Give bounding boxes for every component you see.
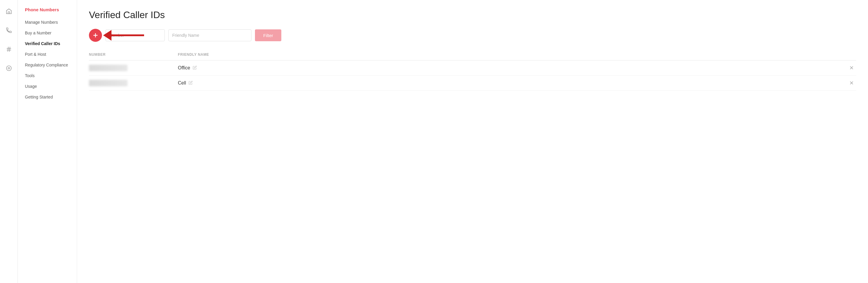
svg-point-6 — [8, 67, 10, 69]
column-header-number: NUMBER — [89, 51, 178, 58]
table-row: Cell ✕ — [89, 76, 856, 91]
edit-icon-2[interactable] — [189, 81, 193, 86]
nav-item-usage[interactable]: Usage — [18, 81, 77, 92]
column-header-friendly-name: FRIENDLY NAME — [178, 51, 844, 58]
svg-point-5 — [6, 66, 11, 71]
close-icon-1[interactable]: ✕ — [849, 65, 854, 70]
nav-item-buy-number[interactable]: Buy a Number — [18, 28, 77, 38]
section-title: Phone Numbers — [18, 7, 77, 17]
number-input[interactable] — [105, 29, 165, 41]
nav-item-tools[interactable]: Tools — [18, 70, 77, 81]
nav-item-getting-started[interactable]: Getting Started — [18, 92, 77, 102]
svg-line-3 — [8, 47, 8, 52]
caller-ids-table: NUMBER FRIENDLY NAME Office ✕ — [89, 49, 856, 91]
blurred-number-2 — [89, 80, 127, 86]
nav-item-regulatory-compliance[interactable]: Regulatory Compliance — [18, 60, 77, 70]
number-cell-1 — [89, 65, 178, 71]
friendly-name-label-1: Office — [178, 65, 190, 70]
main-content: Verified Caller IDs Filter NUMBER FRIEND… — [77, 0, 868, 283]
add-caller-id-button[interactable] — [89, 29, 102, 42]
controls-row: Filter — [89, 29, 856, 42]
table-row: Office ✕ — [89, 60, 856, 76]
number-cell-2 — [89, 80, 178, 86]
phone-icon[interactable] — [4, 25, 14, 36]
friendly-name-cell-1: Office — [178, 65, 844, 70]
nav-item-manage-numbers[interactable]: Manage Numbers — [18, 17, 77, 28]
close-cell-1: ✕ — [844, 65, 856, 70]
svg-rect-0 — [8, 12, 10, 13]
filter-button[interactable]: Filter — [255, 29, 281, 41]
friendly-name-input[interactable] — [168, 29, 251, 41]
table-header: NUMBER FRIENDLY NAME — [89, 49, 856, 60]
edit-icon-1[interactable] — [193, 65, 197, 70]
blurred-number-1 — [89, 65, 127, 71]
nav-item-verified-caller-ids[interactable]: Verified Caller IDs — [18, 38, 77, 49]
left-nav: Phone Numbers Manage Numbers Buy a Numbe… — [18, 0, 77, 283]
home-icon[interactable] — [4, 6, 14, 17]
page-title: Verified Caller IDs — [89, 9, 856, 21]
close-cell-2: ✕ — [844, 80, 856, 86]
icon-sidebar — [0, 0, 18, 283]
messaging-icon[interactable] — [4, 63, 14, 74]
friendly-name-cell-2: Cell — [178, 80, 844, 86]
hash-icon[interactable] — [4, 44, 14, 55]
nav-item-port-host[interactable]: Port & Host — [18, 49, 77, 60]
column-header-actions — [844, 51, 856, 58]
friendly-name-label-2: Cell — [178, 80, 186, 86]
svg-line-4 — [9, 47, 10, 52]
close-icon-2[interactable]: ✕ — [849, 80, 854, 86]
